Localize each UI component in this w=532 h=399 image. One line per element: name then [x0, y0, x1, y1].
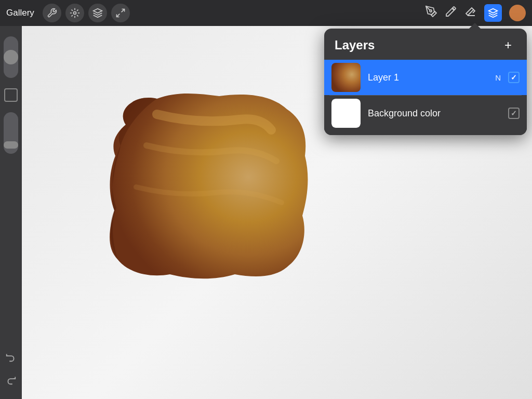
toolbar-right [425, 4, 526, 22]
background-layer-name: Background color [368, 108, 501, 119]
paint-blob [95, 83, 323, 286]
adjust-tool-button[interactable] [65, 4, 84, 22]
layers-title: Layers [335, 38, 375, 52]
toolbar: Gallery [0, 0, 532, 26]
shape-tool-button[interactable] [4, 88, 18, 102]
layers-panel-arrow [469, 23, 481, 29]
redo-button[interactable] [5, 374, 17, 389]
add-layer-button[interactable]: + [500, 37, 516, 54]
background-visibility-checkbox[interactable] [508, 108, 520, 119]
svg-point-0 [73, 12, 76, 15]
svg-line-2 [116, 14, 119, 17]
layer-item-1[interactable]: Layer 1 N [324, 60, 527, 95]
opacity-thumb [4, 141, 18, 149]
brush-icon[interactable] [445, 5, 457, 21]
color-swatch[interactable] [509, 5, 526, 21]
svg-rect-5 [331, 63, 361, 92]
layer-1-thumbnail [331, 63, 361, 92]
transform-tool-button[interactable] [111, 4, 130, 22]
eraser-icon[interactable] [464, 5, 477, 21]
svg-marker-4 [489, 9, 498, 13]
background-layer-thumbnail [331, 99, 361, 128]
brush-size-slider[interactable] [4, 36, 18, 78]
background-thumbnail-white [331, 99, 361, 128]
layers-panel: Layers + Layer 1 N [324, 29, 527, 135]
undo-button[interactable] [5, 351, 17, 366]
layer-1-name: Layer 1 [368, 72, 488, 83]
layers-button[interactable] [484, 4, 502, 22]
wrench-tool-button[interactable] [43, 4, 61, 22]
brush-size-thumb [4, 50, 18, 64]
layer-1-blend-mode: N [495, 73, 501, 82]
layer-1-visibility-checkbox[interactable] [508, 72, 520, 83]
layer-item-background[interactable]: Background color [324, 96, 527, 131]
opacity-slider[interactable] [4, 112, 18, 154]
pen-icon[interactable] [425, 5, 437, 21]
svg-line-1 [122, 9, 125, 12]
left-sidebar [0, 26, 22, 399]
svg-point-3 [430, 10, 432, 12]
gallery-button[interactable]: Gallery [6, 8, 34, 18]
smudge-tool-button[interactable] [88, 4, 107, 22]
layers-header: Layers + [324, 29, 527, 60]
